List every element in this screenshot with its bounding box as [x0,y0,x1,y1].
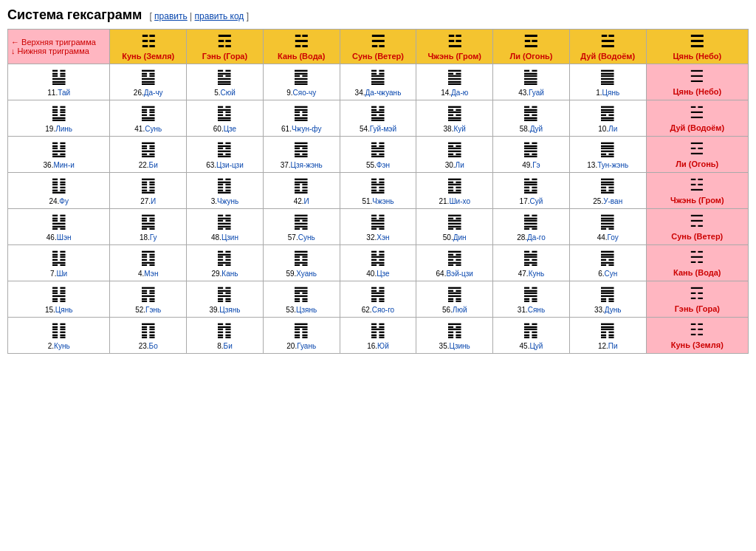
hex-cell-5-5: ䷿64.Вэй-цзи [416,245,493,281]
hex-symbol: ䷹ [495,103,568,123]
hex-cell-4-4: ䷟32.Хэн [340,209,416,245]
hex-symbol: ䷦ [188,284,261,304]
col-label: Цянь (Небо) [673,52,721,61]
hex-label: 49.Гэ [495,161,568,169]
hex-cell-3-1: ䷚27.И [110,173,187,209]
hex-label: 24.Фу [10,197,108,205]
side-label: Гэнь (Гора) [675,304,720,313]
side-header-2: ☲Ли (Огонь) [646,137,748,173]
hex-symbol: ䷮ [495,248,568,267]
hex-symbol: ䷇ [188,321,261,340]
hex-label: 45.Цуй [495,342,568,350]
hex-label: 4.Мэн [111,270,185,278]
hex-label: 32.Хэн [342,233,415,242]
hex-cell-5-4: ䷧40.Цзе [340,245,416,281]
hex-cell-7-6: ䷬45.Цуй [493,318,570,354]
hex-symbol: ䷌ [571,140,645,159]
hex-cell-6-2: ䷦39.Цзянь [187,281,264,318]
hex-label: 61.Чжун-фу [265,125,338,133]
hex-label: 26.Да-чу [111,89,185,97]
hex-symbol: ䷊ [10,67,108,86]
col-label: Кунь (Земля) [122,52,174,61]
hex-symbol: ䷎ [10,284,108,304]
side-label: Цянь (Небо) [673,87,721,96]
hex-cell-6-7: ䷠33.Дунь [569,281,646,318]
hex-label: 31.Сянь [495,306,568,314]
hex-label: 25.У-ван [571,197,645,205]
side-trigram-symbol: ☰ [650,67,745,86]
col-trigram-symbol: ☱ [571,32,645,52]
hex-label: 20.Гуань [265,342,338,350]
hex-symbol: ䷋ [571,321,645,340]
side-trigram-symbol: ☶ [650,284,745,304]
hex-cell-1-6: ䷹58.Дуй [493,100,570,137]
side-header-7: ☷Кунь (Земля) [646,318,748,354]
hex-label: 23.Бо [111,342,185,350]
side-label: Дуй (Водоём) [670,123,724,132]
hex-label: 34.Да-чжуань [342,89,415,97]
hex-label: 35.Цзинь [418,342,491,350]
edit-code-link[interactable]: править код [195,11,244,21]
hex-label: 3.Чжунь [188,197,261,205]
hex-cell-6-0: ䷎15.Цянь [8,281,110,318]
hex-cell-7-1: ䷖23.Бо [110,318,187,354]
col-header-5: ☲Ли (Огонь) [493,30,570,64]
hex-label: 57.Сунь [265,233,338,242]
hex-label: 55.Фэн [342,161,415,169]
direction-vertical: ↓ Нижняя триграмма [11,47,106,55]
col-trigram-symbol: ☷ [111,32,185,52]
hex-label: 27.И [111,197,185,205]
hex-symbol: ䷿ [418,248,491,267]
hex-cell-4-5: ䷱50.Дин [416,209,493,245]
hex-symbol: ䷥ [418,103,491,123]
hex-symbol: ䷑ [111,212,185,231]
hex-symbol: ䷬ [495,321,568,340]
hex-cell-1-0: ䷒19.Линь [8,100,110,137]
hex-cell-4-7: ䷫44.Гоу [569,209,646,245]
side-header-1: ☱Дуй (Водоём) [646,100,748,137]
hex-symbol: ䷲ [342,176,415,195]
hex-label: 59.Хуань [265,270,338,278]
hex-label: 22.Би [111,161,185,169]
side-trigram-symbol: ☳ [650,176,745,195]
edit-link[interactable]: править [154,11,188,21]
hex-cell-2-4: ䷶55.Фэн [340,137,416,173]
hex-symbol: ䷔ [418,176,491,195]
hex-label: 53.Цзянь [265,306,338,314]
hex-symbol: ䷚ [111,176,185,195]
hex-cell-7-3: ䷓20.Гуань [263,318,340,354]
hex-symbol: ䷽ [342,284,415,304]
hex-label: 10.Ли [571,125,645,133]
side-header-0: ☰Цянь (Небо) [646,64,748,100]
side-header-4: ☴Сунь (Ветер) [646,209,748,245]
col-header-1: ☶Гэнь (Гора) [187,30,264,64]
hex-cell-1-3: ䷼61.Чжун-фу [263,100,340,137]
direction-horizontal: ← Верхняя триграмма [11,38,106,47]
hex-cell-3-5: ䷔21.Ши-хо [416,173,493,209]
hex-cell-0-4: ䷡34.Да-чжуань [340,64,416,100]
side-label: Кунь (Земля) [671,340,724,349]
hex-cell-1-2: ䷻60.Цзе [187,100,264,137]
side-label: Чжэнь (Гром) [670,196,724,205]
hex-cell-7-2: ䷇8.Би [187,318,264,354]
hex-symbol: ䷼ [265,103,338,123]
col-header-0: ☷Кунь (Земля) [110,30,187,64]
hex-label: 14.Да-ю [418,89,491,97]
hex-label: 62.Сяо-го [342,306,415,314]
hex-symbol: ䷈ [265,67,338,86]
side-trigram-symbol: ☴ [650,212,745,231]
hex-symbol: ䷩ [265,176,338,195]
hex-cell-3-6: ䷐17.Суй [493,173,570,209]
corner-cell: ← Верхняя триграмма↓ Нижняя триграмма [8,30,110,64]
hexagram-table: ← Верхняя триграмма↓ Нижняя триграмма☷Ку… [7,29,749,354]
hex-label: 37.Цзя-жэнь [265,161,338,169]
hex-symbol: ䷤ [265,140,338,159]
hex-label: 17.Суй [495,197,568,205]
hex-label: 9.Сяо-чу [265,89,338,97]
hex-cell-2-5: ䷝30.Ли [416,137,493,173]
hex-cell-6-1: ䷳52.Гэнь [110,281,187,318]
hex-cell-0-1: ䷙26.Да-чу [110,64,187,100]
hex-symbol: ䷠ [571,284,645,304]
hex-cell-4-0: ䷭46.Шэн [8,209,110,245]
hex-symbol: ䷸ [265,212,338,231]
